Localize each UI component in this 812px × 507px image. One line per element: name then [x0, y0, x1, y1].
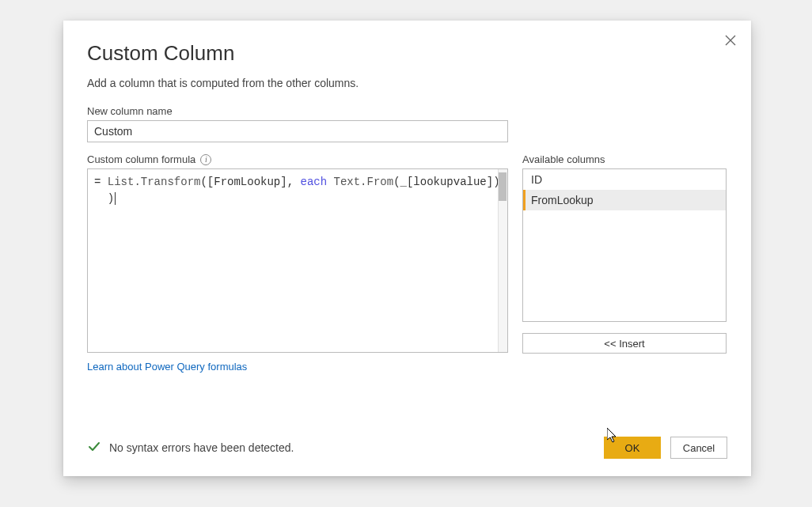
- formula-line-2: ): [94, 191, 501, 207]
- new-column-name-label: New column name: [87, 105, 727, 117]
- cancel-button[interactable]: Cancel: [670, 437, 727, 459]
- ok-button[interactable]: OK: [604, 437, 661, 459]
- syntax-status-text: No syntax errors have been detected.: [109, 441, 294, 454]
- insert-button-label: << Insert: [604, 338, 644, 350]
- check-icon: [87, 440, 101, 456]
- learn-link[interactable]: Learn about Power Query formulas: [87, 361, 247, 373]
- formula-label-text: Custom column formula: [87, 153, 195, 165]
- custom-column-dialog: Custom Column Add a column that is compu…: [63, 21, 751, 476]
- dialog-title: Custom Column: [87, 41, 727, 66]
- footer-buttons: OK Cancel: [604, 437, 727, 459]
- dialog-footer: No syntax errors have been detected. OK …: [87, 437, 727, 459]
- formula-line-1: = List.Transform([FromLookup], each Text…: [94, 174, 501, 191]
- syntax-status: No syntax errors have been detected.: [87, 440, 294, 456]
- new-column-name-input[interactable]: [87, 120, 508, 142]
- available-columns-list[interactable]: ID FromLookup: [522, 168, 727, 322]
- formula-label: Custom column formula i: [87, 153, 508, 165]
- available-column-fromlookup[interactable]: FromLookup: [523, 190, 726, 210]
- text-caret: [115, 192, 116, 205]
- insert-button[interactable]: << Insert: [522, 333, 727, 354]
- info-icon[interactable]: i: [200, 154, 211, 165]
- ok-button-label: OK: [625, 442, 640, 454]
- cancel-button-label: Cancel: [683, 442, 715, 454]
- close-icon: [725, 33, 736, 50]
- available-column-id[interactable]: ID: [523, 169, 726, 190]
- dialog-subtitle: Add a column that is computed from the o…: [87, 77, 727, 89]
- close-button[interactable]: [721, 32, 740, 51]
- formula-scrollbar[interactable]: [498, 169, 507, 352]
- available-columns-label: Available columns: [522, 153, 727, 165]
- formula-editor[interactable]: = List.Transform([FromLookup], each Text…: [87, 168, 508, 353]
- formula-scrollbar-thumb[interactable]: [499, 172, 507, 201]
